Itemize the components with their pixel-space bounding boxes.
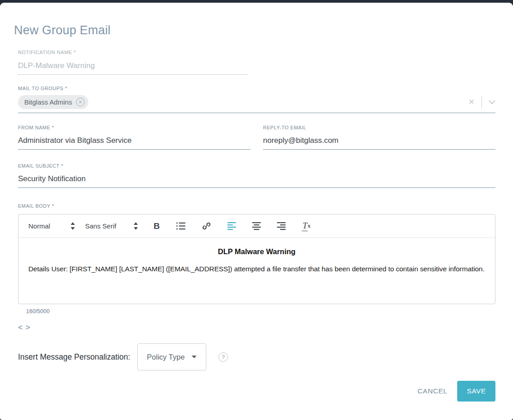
new-group-email-dialog: New Group Email NOTIFICATION NAME * DLP-…	[0, 3, 513, 420]
link-icon	[202, 221, 211, 231]
paragraph-style-value: Normal	[28, 222, 50, 230]
caret-down-icon	[191, 355, 197, 359]
mail-to-groups-input[interactable]: Bitglass Admins ✕ ✕	[18, 95, 495, 113]
link-button[interactable]	[201, 220, 212, 232]
policy-type-dropdown[interactable]: Policy Type	[137, 343, 206, 370]
rich-text-editor: Normal Sans Serif B	[18, 214, 495, 304]
reply-to-email-label: REPLY-TO EMAIL	[263, 125, 495, 130]
notification-name-input: DLP-Malware Warning	[18, 61, 248, 75]
align-left-button[interactable]	[227, 221, 237, 231]
select-controls: ✕	[468, 96, 495, 109]
align-right-icon	[277, 222, 286, 230]
name-email-row: FROM NAME * Administrator via Bitglass S…	[18, 125, 495, 150]
character-counter: 160/5000	[26, 308, 495, 315]
notification-name-field: NOTIFICATION NAME * DLP-Malware Warning	[18, 50, 495, 75]
email-subject-field: EMAIL SUBJECT * Security Notification	[18, 163, 495, 188]
dialog-content: NOTIFICATION NAME * DLP-Malware Warning …	[0, 50, 513, 402]
code-view-toggle[interactable]: < >	[18, 323, 31, 332]
email-subject-input[interactable]: Security Notification	[18, 174, 495, 188]
reply-to-email-field: REPLY-TO EMAIL noreply@bitglass.com	[263, 125, 495, 150]
font-picker-value: Sans Serif	[85, 222, 116, 230]
chevron-down-icon[interactable]	[489, 100, 495, 105]
clear-formatting-icon: T	[302, 221, 308, 231]
font-picker[interactable]: Sans Serif	[85, 222, 138, 230]
reply-to-email-input[interactable]: noreply@bitglass.com	[263, 136, 495, 150]
mail-to-groups-field: MAIL TO GROUPS * Bitglass Admins ✕ ✕	[18, 86, 495, 113]
updown-arrows-icon	[133, 222, 138, 230]
align-right-button[interactable]	[276, 221, 286, 231]
personalization-label: Insert Message Personalization:	[18, 352, 130, 362]
policy-type-value: Policy Type	[147, 353, 185, 361]
dialog-actions: CANCEL SAVE	[18, 381, 495, 402]
bullet-list-button[interactable]	[175, 221, 186, 231]
email-body-label: EMAIL BODY *	[18, 203, 495, 209]
from-name-field: FROM NAME * Administrator via Bitglass S…	[18, 125, 250, 150]
updown-arrows-icon	[70, 222, 75, 230]
clear-selection-icon[interactable]: ✕	[468, 97, 475, 107]
notification-name-label: NOTIFICATION NAME *	[18, 50, 495, 55]
select-divider	[481, 96, 482, 109]
email-body-paragraph: Details User: [FIRST_NAME] [LAST_NAME] (…	[28, 264, 485, 274]
editor-toolbar: Normal Sans Serif B	[18, 215, 495, 238]
mail-to-groups-label: MAIL TO GROUPS *	[18, 86, 495, 91]
clear-formatting-button[interactable]: Tx	[301, 220, 312, 232]
email-body-input[interactable]: DLP Malware Warning Details User: [FIRST…	[18, 238, 495, 284]
align-center-icon	[252, 222, 261, 230]
from-name-label: FROM NAME *	[18, 125, 250, 130]
chip-remove-icon[interactable]: ✕	[76, 98, 85, 106]
bold-button[interactable]: B	[153, 220, 161, 232]
group-chip[interactable]: Bitglass Admins ✕	[18, 95, 88, 109]
cancel-button[interactable]: CANCEL	[415, 387, 450, 396]
page-title: New Group Email	[14, 23, 513, 37]
save-button[interactable]: SAVE	[457, 381, 495, 402]
clear-formatting-x: x	[308, 223, 310, 229]
personalization-row: Insert Message Personalization: Policy T…	[18, 343, 495, 370]
group-chip-label: Bitglass Admins	[24, 98, 72, 106]
email-body-heading: DLP Malware Warning	[28, 247, 485, 256]
align-center-button[interactable]	[251, 221, 262, 231]
help-icon[interactable]: ?	[218, 352, 228, 362]
bullet-list-icon	[176, 222, 186, 230]
align-left-icon	[227, 222, 236, 230]
paragraph-style-picker[interactable]: Normal	[28, 222, 75, 230]
from-name-input[interactable]: Administrator via Bitglass Service	[18, 136, 250, 150]
email-subject-label: EMAIL SUBJECT *	[18, 163, 495, 169]
